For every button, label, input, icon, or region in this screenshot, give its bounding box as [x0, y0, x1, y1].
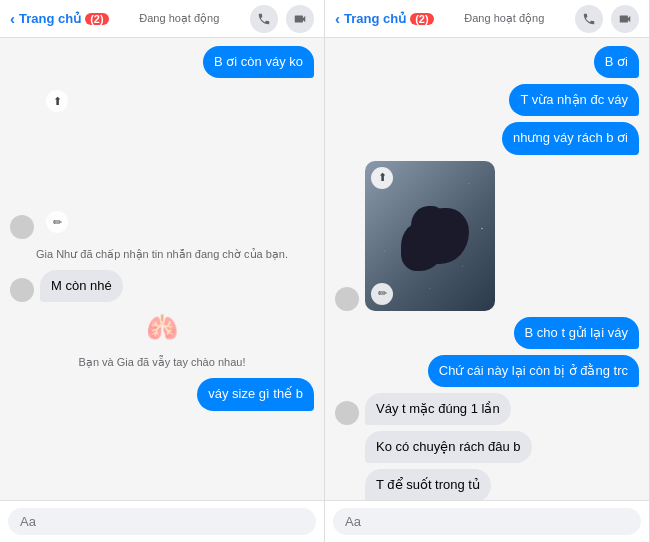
right-header: ‹ Trang chủ (2) Đang hoạt động: [325, 0, 649, 38]
left-header-left[interactable]: ‹ Trang chủ (2): [10, 10, 109, 27]
right-status: Đang hoạt động: [464, 12, 544, 25]
right-video-button[interactable]: [611, 5, 639, 33]
right-phone-button[interactable]: [575, 5, 603, 33]
right-msg-4: ⬆ ✏: [335, 161, 639, 311]
right-chat-panel: ‹ Trang chủ (2) Đang hoạt động B ơi T vừ…: [325, 0, 650, 542]
right-bubble-4: B cho t gửi lại váy: [514, 317, 639, 349]
right-msg-7: Váy t mặc đúng 1 lần: [335, 393, 639, 425]
left-msg-4: váy size gì thế b: [10, 378, 314, 410]
left-avatar-2: [10, 278, 34, 302]
right-message-input[interactable]: [333, 508, 641, 535]
right-bubble-1: B ơi: [594, 46, 639, 78]
left-avatar: [10, 215, 34, 239]
right-bubble-3: nhưng váy rách b ơi: [502, 122, 639, 154]
left-msg-3: M còn nhé: [10, 270, 314, 302]
left-msg-2: ⬆ ✏: [10, 84, 314, 239]
right-avatar: [335, 287, 359, 311]
left-status-text-2: Bạn và Gia đã vẫy tay chào nhau!: [10, 353, 314, 372]
right-bubble-7: Ko có chuyện rách đâu b: [365, 431, 532, 463]
right-header-left[interactable]: ‹ Trang chủ (2): [335, 10, 434, 27]
right-back-button[interactable]: ‹: [335, 10, 340, 27]
left-header: ‹ Trang chủ (2) Đang hoạt động: [0, 0, 324, 38]
left-edit-button[interactable]: ✏: [46, 211, 68, 233]
left-bubble-3: váy size gì thế b: [197, 378, 314, 410]
left-header-icons: [250, 5, 314, 33]
right-msg-2: T vừa nhận đc váy: [335, 84, 639, 116]
right-avatar-2: [335, 401, 359, 425]
left-home-label[interactable]: Trang chủ: [19, 11, 81, 26]
right-msg-8: Ko có chuyện rách đâu b: [335, 431, 639, 463]
left-chat-panel: ‹ Trang chủ (2) Đang hoạt động B ơi còn …: [0, 0, 325, 542]
right-bubble-5: Chứ cái này lại còn bị ở đằng trc: [428, 355, 639, 387]
right-chat-body: B ơi T vừa nhận đc váy nhưng váy rách b …: [325, 38, 649, 500]
right-bubble-2: T vừa nhận đc váy: [509, 84, 639, 116]
right-chat-input-bar: [325, 500, 649, 542]
left-chat-body: B ơi còn váy ko ⬆ ✏: [0, 38, 324, 500]
left-message-badge: (2): [85, 13, 108, 25]
right-header-icons: [575, 5, 639, 33]
left-share-button[interactable]: ⬆: [46, 90, 68, 112]
left-msg-1: B ơi còn váy ko: [10, 46, 314, 78]
right-message-badge: (2): [410, 13, 433, 25]
left-bubble-1: B ơi còn váy ko: [203, 46, 314, 78]
right-home-label[interactable]: Trang chủ: [344, 11, 406, 26]
dress-image-collage[interactable]: [40, 84, 44, 239]
right-bubble-8: T để suốt trong tủ: [365, 469, 491, 500]
left-bubble-2: M còn nhé: [40, 270, 123, 302]
right-bubble-6: Váy t mặc đúng 1 lần: [365, 393, 511, 425]
right-msg-9: T để suốt trong tủ: [335, 469, 639, 500]
right-share-button[interactable]: ⬆: [371, 167, 393, 189]
left-status-text-1: Gia Như đã chấp nhận tin nhắn đang chờ c…: [10, 245, 314, 264]
right-msg-1: B ơi: [335, 46, 639, 78]
left-emoji-msg: 🫁: [10, 308, 314, 347]
left-back-button[interactable]: ‹: [10, 10, 15, 27]
left-status: Đang hoạt động: [139, 12, 219, 25]
left-message-input[interactable]: [8, 508, 316, 535]
right-msg-5: B cho t gửi lại váy: [335, 317, 639, 349]
left-chat-input-bar: [0, 500, 324, 542]
left-phone-button[interactable]: [250, 5, 278, 33]
right-edit-button[interactable]: ✏: [371, 283, 393, 305]
left-video-button[interactable]: [286, 5, 314, 33]
right-msg-6: Chứ cái này lại còn bị ở đằng trc: [335, 355, 639, 387]
right-msg-3: nhưng váy rách b ơi: [335, 122, 639, 154]
